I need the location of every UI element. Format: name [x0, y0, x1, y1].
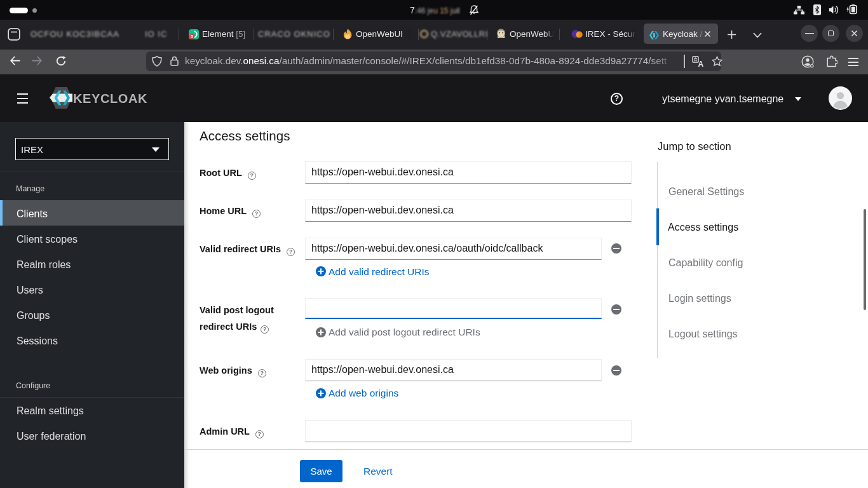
svg-text:5: 5 [191, 34, 193, 39]
svg-text:A: A [698, 60, 704, 67]
